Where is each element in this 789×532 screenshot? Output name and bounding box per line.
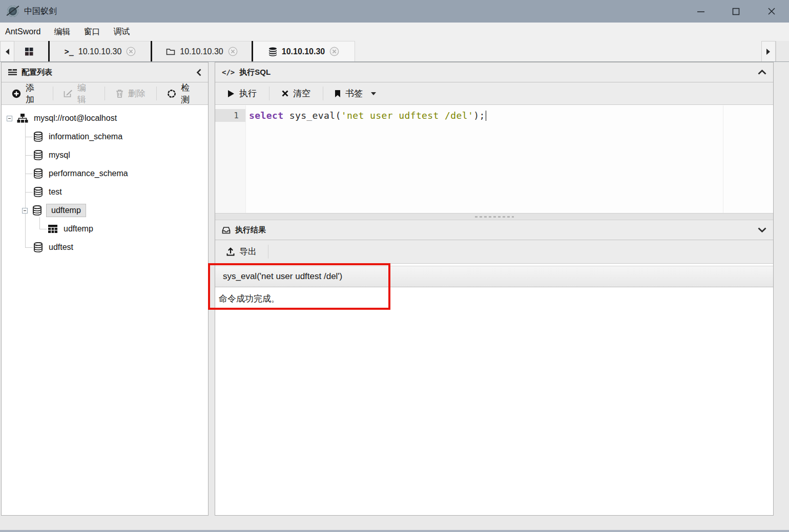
terminal-icon: >_: [65, 47, 74, 56]
minimize-icon: [697, 7, 705, 15]
tab-database-10-10-10-30[interactable]: 10.10.10.30: [253, 41, 355, 61]
tree-node-db[interactable]: performance_schema: [2, 164, 208, 183]
tree-node-label: udftemp: [64, 224, 93, 233]
sql-function: sys_eval(: [283, 110, 341, 121]
chevron-left-icon[interactable]: [196, 69, 201, 76]
database-icon: [33, 242, 43, 252]
menu-debug[interactable]: 调试: [107, 27, 136, 37]
database-icon: [268, 47, 277, 56]
delete-label: 删除: [128, 88, 146, 99]
probe-icon: [167, 89, 176, 98]
result-value-row[interactable]: 命令成功完成。: [215, 287, 773, 310]
sql-code-line[interactable]: select sys_eval('net user udftest /del')…: [249, 109, 486, 122]
maximize-icon: [732, 8, 740, 15]
config-list-panel: 配置列表 添加 编辑 删除: [1, 62, 209, 516]
menubar: AntSword 编辑 窗口 调试: [0, 23, 789, 41]
chevron-down-icon[interactable]: [758, 227, 766, 232]
horizontal-splitter[interactable]: [215, 213, 773, 220]
tabstrip-filler: [355, 41, 761, 61]
close-button[interactable]: [754, 0, 789, 23]
export-button[interactable]: 导出: [215, 246, 268, 258]
add-icon: [12, 89, 21, 98]
chevron-left-icon: [5, 48, 10, 55]
result-column-header[interactable]: sys_eval('net user udftest /del'): [215, 266, 773, 287]
tree-node-label: udftest: [49, 243, 73, 252]
collapse-toggle-icon[interactable]: [7, 116, 12, 121]
tab-label: 10.10.10.30: [78, 47, 122, 56]
tab-terminal-10-10-10-30[interactable]: >_ 10.10.10.30: [50, 41, 151, 61]
toolbar-divider: [268, 245, 268, 259]
database-icon: [33, 150, 43, 160]
tab-label: 10.10.10.30: [180, 47, 223, 56]
tree-node-table[interactable]: udftemp: [2, 220, 208, 238]
menu-edit[interactable]: 编辑: [47, 27, 77, 37]
folder-icon: [166, 48, 175, 55]
titlebar: 中国蚁剑: [0, 0, 789, 23]
panel-title: 执行结果: [235, 225, 266, 235]
database-icon: [32, 205, 42, 216]
delete-icon: [116, 89, 123, 98]
tabs-scroll-left-button[interactable]: [0, 41, 14, 61]
tab-label: 10.10.10.30: [282, 47, 325, 56]
tabs-scroll-right-button[interactable]: [761, 41, 776, 61]
menu-window[interactable]: 窗口: [77, 27, 107, 37]
tree-node-db[interactable]: mysql: [2, 146, 208, 164]
minimize-button[interactable]: [683, 0, 718, 23]
sql-editor[interactable]: 1 select sys_eval('net user udftest /del…: [215, 105, 773, 213]
tab-home[interactable]: [14, 41, 48, 61]
config-list-header: 配置列表: [2, 62, 208, 82]
delete-button[interactable]: 删除: [105, 88, 156, 99]
tab-close-icon[interactable]: [228, 47, 238, 56]
sql-tail: );: [473, 110, 485, 121]
chevron-right-icon: [766, 48, 771, 55]
tab-close-icon[interactable]: [329, 47, 339, 56]
sql-string: 'net user udftest /del': [341, 110, 473, 121]
database-icon: [33, 168, 43, 179]
grid-icon: [25, 47, 33, 56]
inbox-icon: [222, 226, 231, 234]
tree-node-connection[interactable]: mysql://root@localhost: [2, 109, 208, 127]
tree-node-db[interactable]: udftest: [2, 238, 208, 257]
tab-close-icon[interactable]: [126, 47, 136, 56]
list-icon: [8, 69, 17, 76]
editor-gutter: 1: [215, 105, 246, 213]
maximize-button[interactable]: [718, 0, 754, 23]
chevron-up-icon[interactable]: [758, 70, 766, 75]
tree-node-label: information_schema: [49, 132, 122, 141]
panel-title: 配置列表: [22, 68, 52, 77]
antsword-logo-icon: [7, 6, 18, 17]
line-number: 1: [215, 109, 245, 122]
collapse-toggle-icon[interactable]: [22, 208, 28, 214]
clear-label: 清空: [293, 88, 310, 99]
tab-files-10-10-10-30[interactable]: 10.10.10.30: [152, 41, 252, 61]
bookmark-button[interactable]: 书签: [323, 88, 388, 99]
sql-panel-header: </> 执行SQL: [215, 62, 773, 82]
sitemap-icon: [17, 113, 28, 123]
sql-keyword: select: [249, 110, 283, 121]
config-toolbar: 添加 编辑 删除 检测: [2, 82, 208, 105]
probe-button[interactable]: 检测: [157, 82, 208, 105]
window-title: 中国蚁剑: [24, 6, 57, 17]
tree-node-label: performance_schema: [49, 169, 128, 178]
x-icon: [282, 90, 288, 97]
probe-label: 检测: [181, 82, 198, 105]
execute-button[interactable]: 执行: [215, 88, 269, 99]
caret-down-icon: [370, 92, 377, 96]
tree-node-db[interactable]: information_schema: [2, 127, 208, 146]
database-icon: [33, 132, 43, 142]
clear-button[interactable]: 清空: [269, 88, 323, 99]
result-toolbar: 导出: [215, 240, 773, 264]
export-icon: [226, 247, 235, 256]
tree-node-db[interactable]: test: [2, 183, 208, 201]
editor-scroll-divider: [723, 105, 723, 213]
add-button[interactable]: 添加: [2, 82, 53, 105]
result-value-text: 命令成功完成。: [219, 293, 280, 305]
edit-button[interactable]: 编辑: [53, 82, 105, 105]
result-header-text: sys_eval('net user udftest /del'): [223, 271, 342, 282]
tabstrip-right-gap: [776, 41, 789, 61]
tree-node-db-selected[interactable]: udftemp: [2, 201, 208, 220]
edit-label: 编辑: [77, 82, 94, 105]
add-label: 添加: [26, 82, 43, 105]
menu-antsword[interactable]: AntSword: [5, 27, 47, 36]
bookmark-label: 书签: [345, 88, 363, 99]
